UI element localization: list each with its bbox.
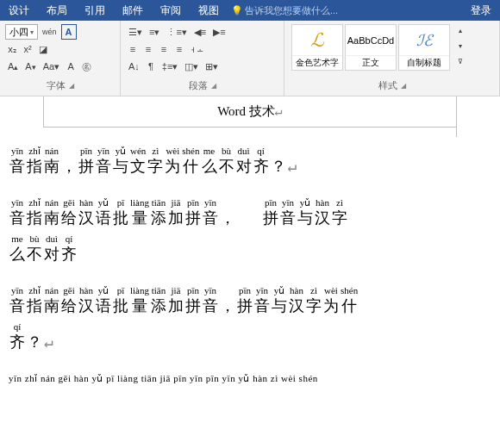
- tab-layout[interactable]: 布局: [38, 0, 76, 21]
- tab-view[interactable]: 视图: [190, 0, 228, 21]
- subscript-button[interactable]: x₂: [5, 41, 19, 57]
- char-cell: liàng量: [130, 196, 149, 227]
- hanzi-char: 么: [9, 245, 25, 264]
- document-area[interactable]: Word 技术↵ yīn音zhǐ指nán南，pīn拼yīn音yǔ与wén文zì字…: [0, 96, 500, 448]
- change-case-button[interactable]: Aa▾: [41, 59, 62, 74]
- pinyin-text: yīn: [11, 145, 23, 157]
- style-gold-art[interactable]: ℒ 金色艺术字: [291, 24, 343, 71]
- multilevel-button[interactable]: ⋮≡▾: [164, 24, 189, 40]
- pinyin-text: gěi: [63, 284, 74, 296]
- ribbon-content: 小四▾ wén A x₂ x² ◪ A▴ A▾ Aa▾ A ㊔ 字体 ◢: [0, 21, 500, 96]
- style-normal[interactable]: AaBbCcDd 正文: [345, 24, 397, 71]
- style-custom-title[interactable]: ℐℰ 自制标题: [398, 24, 450, 71]
- multilevel-icon: ⋮≡: [166, 27, 181, 38]
- pinyin-text: yǔ: [98, 284, 109, 296]
- pinyin-text: duì: [46, 233, 58, 245]
- align-center-button[interactable]: ≡: [141, 41, 155, 57]
- distribute-button[interactable]: ⫞⫠: [188, 41, 208, 57]
- borders-button[interactable]: ⊞▾: [203, 59, 221, 74]
- tab-review[interactable]: 审阅: [152, 0, 190, 21]
- char-cell: bù不: [219, 145, 234, 176]
- decrease-indent-button[interactable]: ◀≡: [191, 24, 209, 40]
- pinyin-text: nán: [45, 145, 59, 157]
- login-button[interactable]: 登录: [462, 3, 500, 18]
- paragraph-dialog-launcher[interactable]: ◢: [211, 82, 216, 90]
- superscript-button[interactable]: x²: [21, 41, 34, 57]
- char-cell: ？: [27, 320, 42, 352]
- pinyin-text: yǔ: [274, 284, 285, 296]
- char-cell: nán南: [44, 196, 59, 227]
- increase-indent-button[interactable]: ▶≡: [210, 24, 228, 40]
- hanzi-char: ，: [220, 296, 235, 315]
- sort-icon: A↓: [128, 61, 140, 72]
- pinyin-text: me: [203, 145, 215, 157]
- hanzi-char: 南: [44, 296, 59, 315]
- pinyin-text: gěi: [63, 196, 74, 208]
- font-dialog-launcher[interactable]: ◢: [69, 82, 74, 90]
- pinyin-text: yīn: [11, 284, 23, 296]
- pinyin-guide-button[interactable]: wén: [40, 24, 59, 40]
- sort-button[interactable]: A↓: [126, 59, 142, 74]
- bullets-button[interactable]: ☰▾: [126, 24, 145, 40]
- hanzi-char: 为: [323, 296, 339, 315]
- hanzi-char: 南: [44, 157, 59, 176]
- char-cell: pīn拼: [237, 284, 253, 315]
- shrink-font-button[interactable]: A▾: [22, 59, 38, 74]
- styles-dialog-launcher[interactable]: ◢: [401, 82, 406, 90]
- hanzi-char: 音: [203, 208, 218, 227]
- tell-me-search[interactable]: 💡 告诉我您想要做什么...: [228, 4, 338, 17]
- char-cell: yīn音: [203, 196, 218, 227]
- pinyin-line: yīn音zhǐ指nán南，pīn拼yīn音yǔ与wén文zì字wèi为shén什…: [9, 145, 491, 176]
- char-shading-button[interactable]: A: [64, 59, 78, 74]
- pinyin-text: qí: [66, 233, 73, 245]
- hanzi-char: 批: [113, 296, 128, 315]
- pinyin-text: pīn: [239, 284, 251, 296]
- pinyin-tail-row: yīn zhǐ nán gěi hàn yǔ pī liàng tiān jiā…: [9, 372, 491, 384]
- show-marks-button[interactable]: ¶: [144, 59, 158, 74]
- pinyin-text: pī: [117, 196, 125, 208]
- align-left-icon: ≡: [130, 44, 135, 54]
- align-right-button[interactable]: ≡: [157, 41, 171, 57]
- pinyin-text: pīn: [187, 196, 199, 208]
- style-scroll-down[interactable]: ▾: [453, 38, 467, 53]
- hanzi-char: 量: [132, 208, 147, 227]
- pinyin-text: hàn: [290, 284, 303, 296]
- pinyin-line: yīn音zhǐ指nán南gěi给hàn汉yǔ语pī批liàng量tiān添jiā…: [9, 196, 491, 227]
- pinyin-text: zì: [336, 196, 343, 208]
- hanzi-char: 添: [151, 296, 166, 315]
- clear-format-button[interactable]: ◪: [36, 41, 50, 57]
- char-cell: nán南: [44, 145, 59, 176]
- justify-button[interactable]: ≡: [172, 41, 186, 57]
- grow-font-button[interactable]: A▴: [5, 59, 21, 74]
- char-cell: pīn拼: [78, 145, 94, 176]
- style-expand[interactable]: ⊽: [453, 53, 467, 69]
- tab-design[interactable]: 设计: [0, 0, 38, 21]
- styles-group: ℒ 金色艺术字 AaBbCcDd 正文 ℐℰ 自制标题 ▴ ▾ ⊽ 样式 ◢: [284, 21, 500, 96]
- enclose-char-button[interactable]: ㊔: [79, 59, 94, 74]
- char-cell: jiā加: [168, 196, 184, 227]
- char-cell: wén文: [130, 145, 146, 176]
- line-spacing-button[interactable]: ‡≡▾: [159, 59, 181, 74]
- chevron-down-icon: ▾: [30, 28, 34, 36]
- numbering-button[interactable]: ≡▾: [147, 24, 162, 40]
- style-scroll-up[interactable]: ▴: [453, 22, 467, 38]
- hanzi-char: 拼: [185, 296, 201, 315]
- char-cell: tiān添: [151, 284, 166, 315]
- hanzi-char: ，: [220, 208, 235, 227]
- char-cell: hàn汉: [78, 196, 94, 227]
- char-border-button[interactable]: A: [61, 24, 77, 40]
- shading-button[interactable]: ◫▾: [182, 59, 201, 74]
- pinyin-line: me么bù不duì对qí齐: [9, 233, 491, 264]
- pinyin-text: yǔ: [300, 196, 311, 208]
- char-cell: me么: [9, 233, 25, 264]
- pinyin-text: yīn: [97, 145, 109, 157]
- align-right-icon: ≡: [161, 44, 166, 54]
- align-left-button[interactable]: ≡: [126, 41, 140, 57]
- char-cell: yīn音: [9, 196, 25, 227]
- char-cell: yīn音: [254, 284, 270, 315]
- tab-references[interactable]: 引用: [76, 0, 114, 21]
- char-cell: gěi给: [61, 284, 77, 315]
- tab-mail[interactable]: 邮件: [114, 0, 152, 21]
- char-cell: pīn拼: [185, 196, 201, 227]
- font-size-select[interactable]: 小四▾: [5, 24, 38, 40]
